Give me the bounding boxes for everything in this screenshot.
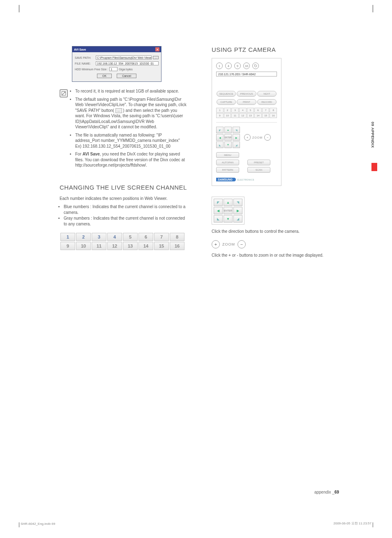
channel-cell[interactable]: 15 bbox=[154, 242, 169, 250]
ptz-ch[interactable]: 16 bbox=[270, 113, 277, 118]
dir-up-left[interactable]: ◤ bbox=[214, 199, 223, 206]
ptz-ch[interactable]: 3 bbox=[231, 108, 239, 113]
direction-pad-detail: ◤ ▲ ◥ ◀ ENTER ▶ ◣ ▼ ◢ bbox=[212, 197, 244, 225]
print-meta-left: SHR-6042_Eng.indb 69 bbox=[21, 522, 55, 526]
channel-cell[interactable]: 10 bbox=[76, 242, 91, 250]
channel-cell[interactable]: 12 bbox=[107, 242, 122, 250]
hdd-min-label: HDD Minimum Free Size : bbox=[75, 68, 108, 71]
browse-button[interactable]: ... bbox=[153, 56, 159, 59]
ptz-ch[interactable]: 10 bbox=[224, 113, 231, 118]
cancel-button[interactable]: Cancel bbox=[117, 74, 136, 78]
ptz-ch[interactable]: 6 bbox=[254, 108, 262, 113]
heading-changing-channel: CHANGING THE LIVE SCREEN CHANNEL bbox=[60, 184, 187, 191]
zoom-in-button[interactable]: + bbox=[244, 134, 251, 141]
hdd-unit-label: Giga bytes bbox=[119, 68, 132, 71]
ptz-ch[interactable]: 8 bbox=[270, 108, 277, 113]
channel-grid: 1 2 3 4 5 6 7 8 9 10 11 12 13 14 15 16 bbox=[60, 232, 185, 251]
ptz-ch[interactable]: 11 bbox=[231, 113, 239, 118]
dialog-title: AVI Save bbox=[74, 48, 86, 51]
close-icon[interactable]: × bbox=[155, 47, 159, 51]
channel-cell[interactable]: 9 bbox=[60, 242, 75, 250]
ptz-ch[interactable]: 15 bbox=[262, 113, 270, 118]
ptz-ch[interactable]: 4 bbox=[239, 108, 247, 113]
heading-ptz: USING PTZ CAMERA bbox=[212, 46, 339, 53]
save-path-input[interactable]: C:\Program Files\Samsung\Dvr Web Viewer\… bbox=[96, 56, 152, 60]
channel-cell[interactable]: 13 bbox=[123, 242, 138, 250]
channel-cell[interactable]: 2 bbox=[76, 233, 91, 241]
dir-up-left[interactable]: ◤ bbox=[216, 127, 224, 133]
previous-button[interactable]: PREVIOUS bbox=[237, 91, 256, 97]
loop-button[interactable] bbox=[252, 63, 259, 69]
address-field[interactable]: 210.121.176.203 / SHR-6042 bbox=[216, 72, 277, 77]
dir-down-left[interactable]: ◣ bbox=[214, 215, 223, 223]
dir-up[interactable]: ▲ bbox=[224, 127, 232, 133]
dir-down[interactable]: ▼ bbox=[224, 215, 233, 223]
print-meta-right: 2009-06-05 오전 11:23:57 bbox=[333, 521, 371, 526]
print-button[interactable]: PRINT bbox=[237, 99, 256, 105]
hdd-min-input[interactable]: 1 bbox=[109, 67, 118, 71]
ptz-ch[interactable]: 9 bbox=[216, 113, 224, 118]
dir-up[interactable]: ▲ bbox=[224, 199, 233, 206]
dir-down-left[interactable]: ◣ bbox=[216, 141, 224, 148]
dir-up-right[interactable]: ◥ bbox=[233, 127, 240, 133]
ok-button[interactable]: OK bbox=[97, 74, 112, 78]
dir-down-right[interactable]: ◢ bbox=[233, 215, 242, 223]
ptz-channel-grid: 1 2 3 4 5 6 7 8 9 10 11 12 13 14 15 16 bbox=[216, 108, 277, 118]
scan-button[interactable]: SCAN bbox=[247, 167, 270, 173]
channel-cell[interactable]: 7 bbox=[154, 233, 169, 241]
menu-button[interactable]: MENU bbox=[216, 152, 239, 158]
ptz-ch[interactable]: 1 bbox=[216, 108, 224, 113]
gray-numbers-desc: Gray numbers : Indicates that the curren… bbox=[64, 216, 187, 227]
enter-button[interactable]: ENTER bbox=[224, 134, 232, 141]
channel-cell[interactable]: 16 bbox=[170, 242, 184, 250]
channel-cell[interactable]: 11 bbox=[92, 242, 106, 250]
ptz-ch[interactable]: 13 bbox=[247, 113, 254, 118]
blue-numbers-desc: Blue numbers : Indicates that the curren… bbox=[64, 204, 187, 216]
autopan-button[interactable]: AUTOPAN bbox=[216, 160, 239, 165]
dir-right[interactable]: ▶ bbox=[233, 134, 240, 141]
ptz-ch[interactable]: 5 bbox=[247, 108, 254, 113]
ptz-ch[interactable]: 2 bbox=[224, 108, 231, 113]
dir-left[interactable]: ◀ bbox=[214, 207, 223, 214]
sequence-button[interactable]: SEQUENCE bbox=[217, 91, 236, 97]
zoom-out-button[interactable]: − bbox=[264, 134, 271, 141]
channel-cell[interactable]: 14 bbox=[138, 242, 153, 250]
layout-9-button[interactable]: 9 bbox=[234, 63, 241, 69]
preset-button[interactable]: PRESET bbox=[247, 160, 270, 165]
channel-cell[interactable]: 6 bbox=[138, 233, 153, 241]
inline-browse-button: ... bbox=[115, 108, 122, 113]
channel-cell[interactable]: 3 bbox=[92, 233, 106, 241]
ptz-ch[interactable]: 12 bbox=[239, 113, 247, 118]
brand-logo: SAMSUNG bbox=[216, 178, 236, 181]
file-name-input[interactable]: 192.168.130.12_554_20070615_101530_01_ bbox=[96, 61, 159, 65]
file-name-label: FILE NAME: bbox=[75, 62, 95, 65]
next-button[interactable]: NEXT bbox=[257, 91, 277, 97]
zoom-out-button[interactable]: − bbox=[238, 240, 246, 248]
dir-down-right[interactable]: ◢ bbox=[233, 141, 240, 148]
zoom-label: ZOOM bbox=[222, 242, 235, 246]
layout-1-button[interactable]: 1 bbox=[216, 63, 223, 69]
enter-button[interactable]: ENTER bbox=[224, 207, 233, 214]
dir-down[interactable]: ▼ bbox=[224, 141, 232, 148]
ptz-ch[interactable]: 14 bbox=[254, 113, 262, 118]
channel-cell[interactable]: 8 bbox=[170, 233, 184, 241]
changing-intro: Each number indicates the screen positio… bbox=[60, 196, 187, 202]
dir-up-right[interactable]: ◥ bbox=[233, 199, 242, 206]
layout-16-button[interactable]: 16 bbox=[243, 63, 250, 69]
channel-cell[interactable]: 5 bbox=[123, 233, 138, 241]
layout-4-button[interactable]: 4 bbox=[225, 63, 232, 69]
note-item-4: For AVI Save, you need the DivX codec fo… bbox=[75, 151, 187, 168]
dir-right[interactable]: ▶ bbox=[233, 207, 242, 214]
note-bullets: To record it, it is required at least 1G… bbox=[70, 88, 187, 171]
dir-left[interactable]: ◀ bbox=[216, 134, 224, 141]
note-item-1: To record it, it is required at least 1G… bbox=[75, 88, 187, 94]
channel-cell[interactable]: 1 bbox=[60, 233, 75, 241]
avi-save-dialog: AVI Save × SAVE PATH: C:\Program Files\S… bbox=[72, 46, 161, 82]
channel-cell[interactable]: 4 bbox=[107, 233, 122, 241]
ptz-ch[interactable]: 7 bbox=[262, 108, 270, 113]
capture-button[interactable]: CAPTURE bbox=[217, 99, 236, 105]
pattern-button[interactable]: PATTERN bbox=[216, 167, 239, 173]
zoom-control-detail: + ZOOM − bbox=[212, 240, 339, 248]
zoom-in-button[interactable]: + bbox=[212, 240, 220, 248]
record-button[interactable]: RECORD bbox=[257, 99, 277, 105]
